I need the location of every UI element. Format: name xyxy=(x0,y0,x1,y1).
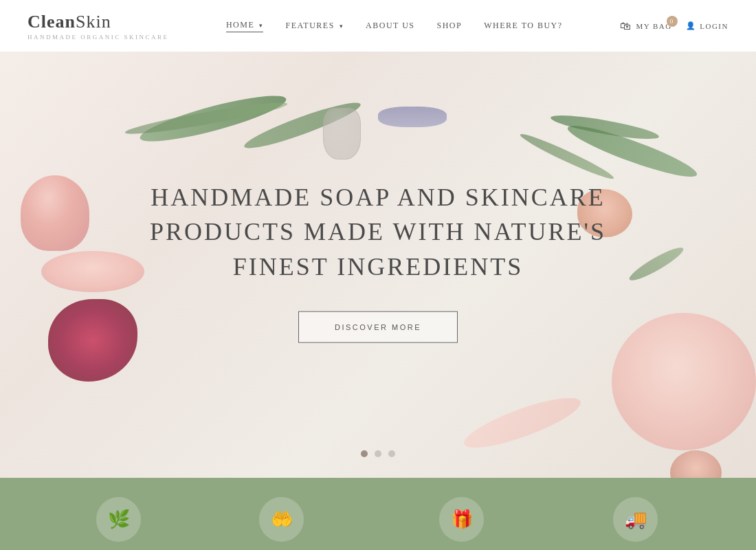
deco-dish-right xyxy=(612,313,756,450)
slide-dot-3[interactable] xyxy=(388,450,395,457)
slide-dots xyxy=(361,450,395,457)
login-label: LOGIN xyxy=(700,22,729,30)
brand-name-part2: Skin xyxy=(76,12,111,32)
feature-organic: 🌿 100% ORGANIC xyxy=(82,497,156,550)
deco-dish-left xyxy=(41,251,144,292)
bag-icon: 🛍 xyxy=(620,20,632,32)
slide-dot-2[interactable] xyxy=(375,450,381,457)
hero-headline: HANDMADE SOAP AND SKINCARE PRODUCTS MADE… xyxy=(144,180,612,284)
packed-icon: 🎁 xyxy=(439,497,484,542)
nav-item-shop[interactable]: SHOP xyxy=(437,21,463,31)
feature-packed: 🎁 BEAUTIFULLY PACKED xyxy=(408,497,515,550)
user-icon: 👤 xyxy=(686,21,697,30)
discover-more-button[interactable]: DISCOVER MORE xyxy=(298,311,458,343)
login-button[interactable]: 👤 LOGIN xyxy=(686,21,729,30)
feature-shipping: 🚚 FREE SHIPPING xyxy=(597,497,674,550)
deco-lavender xyxy=(378,107,447,127)
nav-item-features[interactable]: FEATURES ▾ xyxy=(285,21,344,31)
brand-tagline: HANDMADE ORGANIC SKINCARE xyxy=(27,34,169,41)
chevron-down-icon: ▾ xyxy=(337,23,344,30)
brand-name-part1: Clean xyxy=(27,12,76,32)
header-actions: 🛍 MY BAG 0 👤 LOGIN xyxy=(620,20,729,32)
shipping-icon: 🚚 xyxy=(613,497,658,542)
logo[interactable]: CleanSkin HANDMADE ORGANIC SKINCARE xyxy=(27,12,169,41)
chevron-down-icon: ▾ xyxy=(256,22,263,29)
nav-item-where-to-buy[interactable]: WHERE TO BUY? xyxy=(484,21,562,31)
feature-handmade: 🤲 TRULY HANDMADE xyxy=(237,497,326,550)
deco-candle xyxy=(21,175,89,251)
handmade-icon: 🤲 xyxy=(259,497,304,542)
main-nav: HOME ▾ FEATURES ▾ ABOUT US SHOP WHERE TO… xyxy=(226,20,563,32)
nav-item-about[interactable]: ABOUT US xyxy=(366,21,414,31)
bag-button[interactable]: 🛍 MY BAG 0 xyxy=(620,20,672,32)
bag-count: 0 xyxy=(667,16,678,27)
site-header: CleanSkin HANDMADE ORGANIC SKINCARE HOME… xyxy=(0,0,756,52)
deco-vase xyxy=(323,108,361,160)
hero-content: HANDMADE SOAP AND SKINCARE PRODUCTS MADE… xyxy=(144,180,612,343)
nav-item-home[interactable]: HOME ▾ xyxy=(226,20,264,32)
hero-section: HANDMADE SOAP AND SKINCARE PRODUCTS MADE… xyxy=(0,52,756,478)
features-bar: 🌿 100% ORGANIC 🤲 TRULY HANDMADE 🎁 BEAUTI… xyxy=(0,478,756,550)
organic-icon: 🌿 xyxy=(96,497,141,542)
brand-name: CleanSkin xyxy=(27,12,169,32)
slide-dot-1[interactable] xyxy=(361,450,368,457)
